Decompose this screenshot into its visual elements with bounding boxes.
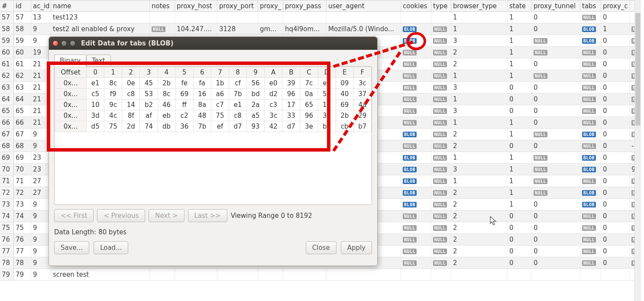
cell-tabs[interactable]: NULL [580,175,601,187]
cell-user_agent[interactable]: Mozilla/5.0 (Windo... [327,23,401,35]
cell-proxy_tunnel[interactable]: NULL [532,164,580,175]
cell-browser_type[interactable] [451,269,508,280]
cell-id[interactable]: 57 [14,12,31,23]
cell-tabs[interactable]: NULL [580,222,601,233]
column-header-cookies[interactable]: cookies [401,0,431,11]
hex-byte-cell[interactable]: 0e [122,78,140,89]
cell-state[interactable]: 1 [508,70,532,81]
cell-tabs[interactable]: NULL [580,140,601,152]
cell-tabs[interactable]: NULL [580,210,601,222]
cell-proxy_c[interactable] [601,269,630,280]
cell-type[interactable]: NULL [431,82,451,93]
cell-proxy_pass[interactable] [283,12,327,23]
cell-proxy_tunnel[interactable]: NULL [532,175,580,187]
cell-cookies[interactable]: NULL [401,94,431,105]
cell-state[interactable]: 1 [508,175,532,187]
cell-browser_type[interactable]: 3 [451,82,508,93]
cell-type[interactable]: NULL [431,70,451,81]
column-header-name[interactable]: name [51,0,150,11]
cell-type[interactable]: NULL [431,129,451,140]
table-row[interactable]: 79799screen test [0,269,634,281]
cell-proxy_tunnel[interactable]: NULL [532,35,580,46]
cell-browser_type[interactable]: 1 [451,23,508,35]
cell-notes[interactable] [150,12,175,23]
hex-byte-cell[interactable]: 96 [282,89,300,100]
cell-type[interactable]: NULL [431,187,451,198]
scrollbar-thumb[interactable] [635,13,641,126]
cell-state[interactable]: 1 [508,129,532,140]
cell-notes[interactable] [150,269,175,280]
cell-browser_type[interactable]: 1 [451,152,508,163]
cell-proxy_tunnel[interactable]: 0 [532,12,580,23]
cell-proxy_c[interactable]: 0 [601,246,630,257]
hex-byte-cell[interactable]: 40 [336,89,353,100]
cell-proxy_c[interactable]: 0 [601,12,630,23]
cell-browser_type[interactable]: 2 [451,222,508,233]
cell-tabs[interactable] [580,269,601,280]
hex-byte-cell[interactable]: 9c [104,100,122,110]
cell-browser_type[interactable]: 2 [451,257,508,269]
previous-button[interactable]: < Previous [97,209,145,222]
cell-cookies[interactable]: NULL [401,140,431,152]
cell-id[interactable]: 79 [14,269,31,280]
cell-type[interactable]: NULL [431,164,451,175]
hex-byte-cell[interactable]: 38 [318,110,336,121]
cell-type[interactable]: NULL [431,105,451,117]
hex-byte-cell[interactable]: 8c [104,78,122,89]
cell-proxy_tunnel[interactable]: 0 [532,246,580,257]
hex-byte-cell[interactable]: 3c [353,78,371,89]
cell-proxy_c[interactable]: 0 [601,210,630,222]
cell-state[interactable]: 0 [508,257,532,269]
hex-byte-cell[interactable]: db [158,121,175,132]
cell-tabs[interactable]: NULL [580,117,601,128]
cell-user_agent[interactable] [327,269,401,280]
cell-cookies[interactable]: NULL [401,58,431,70]
cell-state[interactable]: 1 [508,164,532,175]
cell-proxy_tunnel[interactable]: NULL [532,47,580,58]
cell-proxy_tunnel[interactable]: 0 [532,117,580,128]
column-header-state[interactable]: state [508,0,532,11]
column-header-user_agent[interactable]: user_agent [327,0,401,11]
hex-offset-cell[interactable]: 0x... [55,121,87,132]
hex-byte-cell[interactable]: d7 [282,121,300,132]
cell-id[interactable]: 68 [14,140,31,152]
cell-ac_id[interactable]: 13 [31,12,51,23]
window-close-icon[interactable] [52,40,58,46]
cell-tabs[interactable]: BLOB [580,35,601,46]
cell-proxy_tunnel[interactable]: NULL [532,152,580,163]
cell-cookies[interactable]: NULL [401,257,431,269]
cell-tabs[interactable]: NULL [580,234,601,245]
cell-proxy_c[interactable]: 0 [601,94,630,105]
cell-state[interactable]: 0 [508,210,532,222]
column-header-proxy_user[interactable]: proxy_ [258,0,283,11]
cell-proxy_tunnel[interactable]: NULL [532,187,580,198]
cell-state[interactable]: 1 [508,199,532,210]
cell-tabs[interactable]: NULL [580,12,601,23]
hex-byte-cell[interactable]: 13 [318,100,336,110]
tab-text[interactable]: Text [86,55,110,67]
cell-proxy_tunnel[interactable]: 0 [532,210,580,222]
cell-id[interactable]: 59 [14,35,31,46]
cell-type[interactable]: NULL [431,175,451,187]
cell-id[interactable]: 65 [14,105,31,117]
cell-id[interactable]: 60 [14,47,31,58]
cell-browser_type[interactable]: 2 [451,140,508,152]
cell-state[interactable]: 0 [508,246,532,257]
cell-tabs[interactable]: NULL [580,82,601,93]
cell-proxy_tunnel[interactable] [532,269,580,280]
hex-byte-cell[interactable]: 7b [229,89,246,100]
cell-proxy_tunnel[interactable]: NULL [532,70,580,81]
cell-tabs[interactable]: BLOB [580,199,601,210]
cell-proxy_c[interactable]: 0 [601,47,630,58]
hex-viewer[interactable]: Offset0123456789ABCDEF0x...e18c0e452bfef… [54,66,372,205]
cell-proxy_user[interactable]: gm... [258,23,283,35]
hex-byte-cell[interactable]: e0 [265,78,282,89]
hex-byte-cell[interactable]: 48 [193,110,211,121]
hex-byte-cell[interactable]: 8a [193,100,211,110]
hex-byte-cell[interactable]: b9 [318,121,336,132]
cell-browser_type[interactable]: 3 [451,35,508,46]
cell-proxy_pass[interactable]: hq4l9om... [283,23,327,35]
cell-proxy_pass[interactable] [283,269,327,280]
cell-browser_type[interactable]: 3 [451,164,508,175]
cell-tabs[interactable]: NULL [580,58,601,70]
